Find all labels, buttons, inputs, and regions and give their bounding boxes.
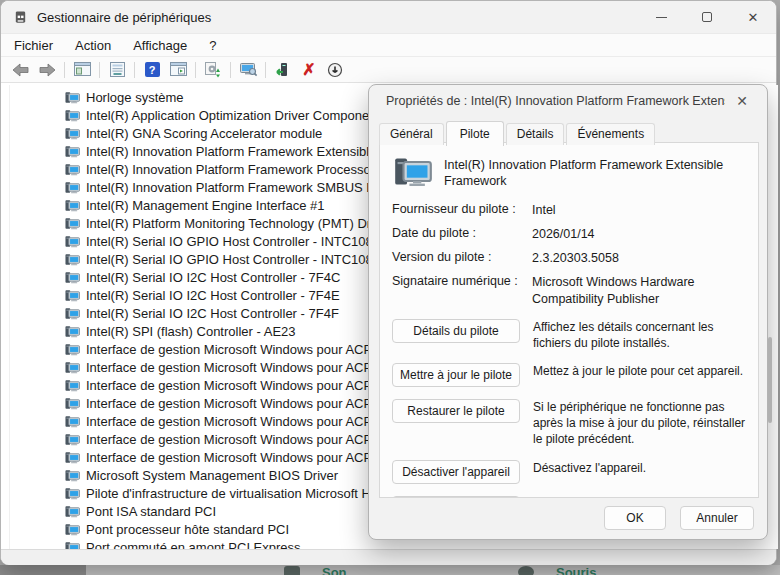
device-label: Intel(R) Serial IO GPIO Host Controller … xyxy=(86,252,380,267)
back-icon[interactable] xyxy=(10,60,32,80)
device-label: Intel(R) Serial IO GPIO Host Controller … xyxy=(86,234,380,249)
uninstall-device-icon[interactable]: ✗ xyxy=(298,60,320,80)
device-icon-large xyxy=(394,156,432,187)
show-console-tree-icon[interactable] xyxy=(71,60,93,80)
properties-icon[interactable] xyxy=(106,60,128,80)
maximize-button[interactable] xyxy=(684,1,730,33)
device-manager-icon xyxy=(13,10,28,25)
device-label: Pont processeur hôte standard PCI xyxy=(86,522,289,537)
dialog-tab[interactable]: Pilote xyxy=(446,121,504,146)
toolbar-separator xyxy=(265,62,266,78)
action-pane-icon[interactable] xyxy=(167,60,189,80)
device-label: Microsoft System Management BIOS Driver xyxy=(86,468,338,483)
driver-action-description: Mettez à jour le pilote pour cet apparei… xyxy=(533,363,746,380)
menu-bar: FichierActionAffichage? xyxy=(1,33,776,56)
dialog-tab[interactable]: Événements xyxy=(566,123,655,145)
device-label: Port commuté en amont PCI Express xyxy=(86,540,301,550)
device-label: Intel(R) Platform Monitoring Technology … xyxy=(86,216,392,231)
system-device-icon xyxy=(65,451,80,464)
forward-icon[interactable] xyxy=(36,60,58,80)
menu-item[interactable]: Affichage xyxy=(122,36,198,55)
cancel-button[interactable]: Annuler xyxy=(680,506,754,530)
driver-action-row: Mettre à jour le pilote Mettez à jour le… xyxy=(392,363,746,387)
device-label: Interface de gestion Microsoft Windows p… xyxy=(86,414,376,429)
system-device-icon xyxy=(65,343,80,356)
dialog-tab[interactable]: Détails xyxy=(506,123,565,145)
ok-button[interactable]: OK xyxy=(604,506,666,530)
system-device-icon xyxy=(65,523,80,536)
device-label: Intel(R) GNA Scoring Accelerator module xyxy=(86,126,322,141)
driver-field-row: Signataire numérique : Microsoft Windows… xyxy=(392,274,746,307)
update-driver-icon[interactable] xyxy=(272,60,294,80)
dialog-close-icon[interactable]: ✕ xyxy=(725,88,759,114)
device-label: Interface de gestion Microsoft Windows p… xyxy=(86,342,376,357)
vertical-scrollbar[interactable] xyxy=(767,85,774,549)
scrollbar-thumb[interactable] xyxy=(768,337,772,423)
help-icon[interactable]: ? xyxy=(141,60,163,80)
remote-computer-icon[interactable] xyxy=(237,60,259,80)
dialog-tabs: GénéralPiloteDétailsÉvénements xyxy=(369,117,767,145)
background-label-son: Son xyxy=(322,566,347,575)
device-label: Intel(R) Application Optimization Driver… xyxy=(86,108,399,123)
field-value: Microsoft Windows Hardware Compatibility… xyxy=(532,274,746,307)
disable-device-icon[interactable] xyxy=(324,60,346,80)
device-label: Interface de gestion Microsoft Windows p… xyxy=(86,396,376,411)
system-device-icon xyxy=(65,181,80,194)
system-device-icon xyxy=(65,505,80,518)
device-label: Interface de gestion Microsoft Windows p… xyxy=(86,450,376,465)
device-label: Horloge système xyxy=(86,90,184,105)
driver-field-row: Date du pilote : 2026/01/14 xyxy=(392,226,746,242)
scan-hardware-changes-icon[interactable] xyxy=(202,60,224,80)
dialog-footer: OK Annuler xyxy=(369,497,767,539)
sound-icon xyxy=(284,566,300,575)
system-device-icon xyxy=(65,379,80,392)
driver-action-row: Détails du pilote Affichez les détails c… xyxy=(392,319,746,352)
device-label: Intel(R) Innovation Platform Framework S… xyxy=(86,180,406,195)
driver-action-button[interactable]: Désactiver l'appareil xyxy=(392,460,520,484)
menu-item[interactable]: Action xyxy=(64,36,122,55)
minimize-button[interactable] xyxy=(638,1,684,33)
background-label-souris: Souris xyxy=(556,566,596,575)
menu-item[interactable]: ? xyxy=(198,36,227,55)
system-device-icon xyxy=(65,127,80,140)
window-title: Gestionnaire de périphériques xyxy=(37,10,638,25)
device-label: Interface de gestion Microsoft Windows p… xyxy=(86,378,376,393)
dialog-title-bar: Propriétés de : Intel(R) Innovation Plat… xyxy=(369,85,767,117)
toolbar-separator xyxy=(134,62,135,78)
device-label: Intel(R) Serial IO I2C Host Controller -… xyxy=(86,270,340,285)
driver-action-row: Désactiver l'appareil Désactivez l'appar… xyxy=(392,460,746,484)
field-label: Date du pilote : xyxy=(392,226,532,242)
driver-action-button[interactable]: Détails du pilote xyxy=(392,319,520,343)
driver-action-button[interactable]: Mettre à jour le pilote xyxy=(392,363,520,387)
driver-action-description: Désactivez l'appareil. xyxy=(533,460,746,477)
mouse-icon xyxy=(518,566,534,575)
dialog-tab[interactable]: Général xyxy=(379,123,444,145)
field-value: 2.3.20303.5058 xyxy=(532,250,746,266)
driver-action-description: Affichez les détails concernant les fich… xyxy=(533,319,746,352)
field-label: Fournisseur du pilote : xyxy=(392,202,532,218)
properties-dialog: Propriétés de : Intel(R) Innovation Plat… xyxy=(368,84,768,540)
device-label: Pilote d'infrastructure de virtualisatio… xyxy=(86,486,409,501)
system-device-icon xyxy=(65,415,80,428)
driver-action-row: Restaurer le pilote Si le périphérique n… xyxy=(392,399,746,447)
system-device-icon xyxy=(65,397,80,410)
driver-action-button[interactable]: Restaurer le pilote xyxy=(392,399,520,423)
close-button[interactable]: ✕ xyxy=(730,1,776,33)
toolbar-separator xyxy=(195,62,196,78)
driver-action-description: Si le périphérique ne fonctionne pas apr… xyxy=(533,399,746,447)
system-device-icon xyxy=(65,235,80,248)
toolbar-separator xyxy=(64,62,65,78)
device-label: Interface de gestion Microsoft Windows p… xyxy=(86,360,376,375)
device-label: Intel(R) SPI (flash) Controller - AE23 xyxy=(86,324,296,339)
toolbar: ? ✗ xyxy=(1,56,776,83)
system-device-icon xyxy=(65,469,80,482)
device-label: Interface de gestion Microsoft Windows p… xyxy=(86,432,376,447)
system-device-icon xyxy=(65,271,80,284)
field-value: 2026/01/14 xyxy=(532,226,746,242)
driver-field-row: Version du pilote : 2.3.20303.5058 xyxy=(392,250,746,266)
dialog-title: Propriétés de : Intel(R) Innovation Plat… xyxy=(386,94,725,108)
title-bar: Gestionnaire de périphériques ✕ xyxy=(1,1,776,33)
system-device-icon xyxy=(65,163,80,176)
menu-item[interactable]: Fichier xyxy=(3,36,64,55)
system-device-icon xyxy=(65,91,80,104)
